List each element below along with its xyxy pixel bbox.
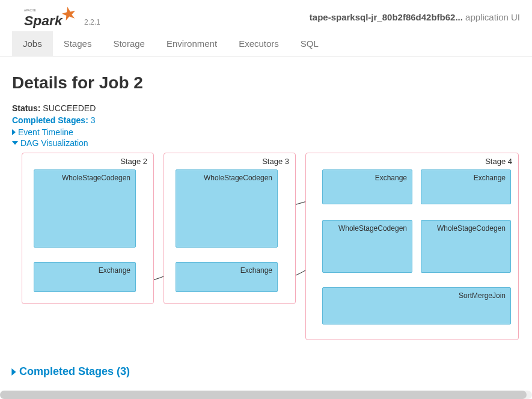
completed-stages-summary[interactable]: Completed Stages: 3 <box>12 115 520 125</box>
chevron-right-icon <box>11 368 16 376</box>
dag-node[interactable]: WholeStageCodegen <box>421 220 511 273</box>
nav-tabs: JobsStagesStorageEnvironmentExecutorsSQL <box>0 31 532 56</box>
dag-node[interactable]: Exchange <box>34 262 136 292</box>
dag-node[interactable]: WholeStageCodegen <box>176 169 278 248</box>
stage-label: Stage 3 <box>262 157 289 166</box>
tab-stages[interactable]: Stages <box>53 31 103 56</box>
dag-node[interactable]: Exchange <box>322 169 412 204</box>
tab-jobs[interactable]: Jobs <box>12 31 53 56</box>
version-label: 2.2.1 <box>84 18 100 26</box>
tab-sql[interactable]: SQL <box>290 31 329 56</box>
tab-executors[interactable]: Executors <box>228 31 290 56</box>
dag-node[interactable]: Exchange <box>421 169 511 204</box>
dag-node[interactable]: WholeStageCodegen <box>34 169 136 248</box>
svg-text:Spark: Spark <box>24 13 63 28</box>
dag-node[interactable]: Exchange <box>176 262 278 292</box>
chevron-down-icon <box>12 141 18 145</box>
chevron-right-icon <box>12 129 16 135</box>
dag-node[interactable]: SortMergeJoin <box>322 287 511 324</box>
status-line: Status: SUCCEEDED <box>12 103 520 113</box>
dag-visualization-toggle[interactable]: DAG Visualization <box>12 138 520 148</box>
stage-label: Stage 2 <box>120 157 147 166</box>
svg-text:APACHE: APACHE <box>24 9 36 12</box>
dag-visualization: Stage 2WholeStageCodegenExchangeStage 3W… <box>12 153 529 351</box>
spark-logo: APACHE Spark 2.2.1 <box>24 5 100 29</box>
tab-environment[interactable]: Environment <box>156 31 228 56</box>
tab-storage[interactable]: Storage <box>102 31 156 56</box>
page-title: Details for Job 2 <box>12 73 520 93</box>
stage-label: Stage 4 <box>485 157 512 166</box>
event-timeline-toggle[interactable]: Event Timeline <box>12 127 520 137</box>
completed-stages-heading[interactable]: Completed Stages (3) <box>12 365 520 378</box>
app-title: tape-sparksql-jr_80b2f86d42bfb62... appl… <box>310 12 520 22</box>
dag-node[interactable]: WholeStageCodegen <box>322 220 412 273</box>
